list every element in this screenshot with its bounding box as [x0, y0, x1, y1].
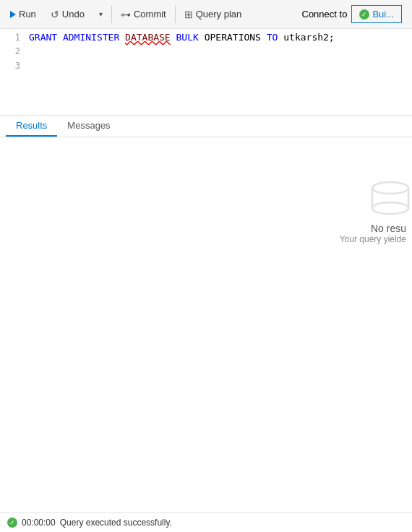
no-results-icon: [369, 181, 412, 217]
tabs: Results Messages: [0, 116, 412, 137]
undo-icon: ↺: [51, 9, 59, 20]
build-label: Bui...: [372, 9, 394, 20]
results-area: No resu Your query yielde: [0, 137, 412, 512]
line-number-2: 2: [0, 46, 29, 56]
commit-icon: ⊶: [121, 9, 131, 20]
undo-button[interactable]: ↺ Undo: [43, 0, 92, 28]
code-content-1: GRANT ADMINISTER DATABASE BULK OPERATION…: [29, 32, 335, 43]
commit-label: Commit: [134, 9, 166, 20]
status-check-icon: ✓: [7, 518, 17, 528]
no-results-title: No resu: [371, 223, 412, 234]
run-icon: [10, 11, 16, 18]
status-message: Query executed successfully.: [60, 518, 172, 528]
connect-area: Connect to ✓ Bui...: [295, 5, 410, 23]
code-line-1: 1 GRANT ADMINISTER DATABASE BULK OPERATI…: [0, 32, 412, 46]
chevron-down-icon: ▾: [99, 10, 103, 18]
queryplan-icon: ⊞: [184, 9, 193, 20]
svg-point-3: [372, 202, 408, 214]
editor[interactable]: 1 GRANT ADMINISTER DATABASE BULK OPERATI…: [0, 29, 412, 116]
line-number-3: 3: [0, 61, 29, 71]
connect-label: Connect to: [302, 9, 348, 20]
tab-messages[interactable]: Messages: [57, 116, 120, 137]
queryplan-label: Query plan: [196, 9, 242, 20]
separator-1: [111, 6, 112, 23]
status-time: 00:00:00: [22, 518, 56, 528]
dropdown-button[interactable]: ▾: [92, 0, 110, 28]
undo-label: Undo: [62, 9, 85, 20]
status-bar: ✓ 00:00:00 Query executed successfully.: [0, 512, 412, 532]
run-label: Run: [19, 9, 36, 20]
no-results-container: No resu Your query yielde: [340, 181, 412, 244]
build-button[interactable]: ✓ Bui...: [351, 5, 402, 23]
separator-2: [175, 6, 176, 23]
no-results-subtitle: Your query yielde: [340, 234, 412, 244]
commit-button[interactable]: ⊶ Commit: [113, 0, 173, 28]
svg-point-0: [372, 182, 408, 194]
line-number-1: 1: [0, 33, 29, 43]
run-button[interactable]: Run: [3, 0, 43, 28]
code-line-3: 3: [0, 61, 412, 75]
tab-results[interactable]: Results: [6, 116, 57, 137]
connected-check-icon: ✓: [359, 9, 369, 20]
code-line-2: 2: [0, 46, 412, 61]
toolbar: Run ↺ Undo ▾ ⊶ Commit ⊞ Query plan Conne…: [0, 0, 412, 29]
queryplan-button[interactable]: ⊞ Query plan: [177, 0, 249, 28]
